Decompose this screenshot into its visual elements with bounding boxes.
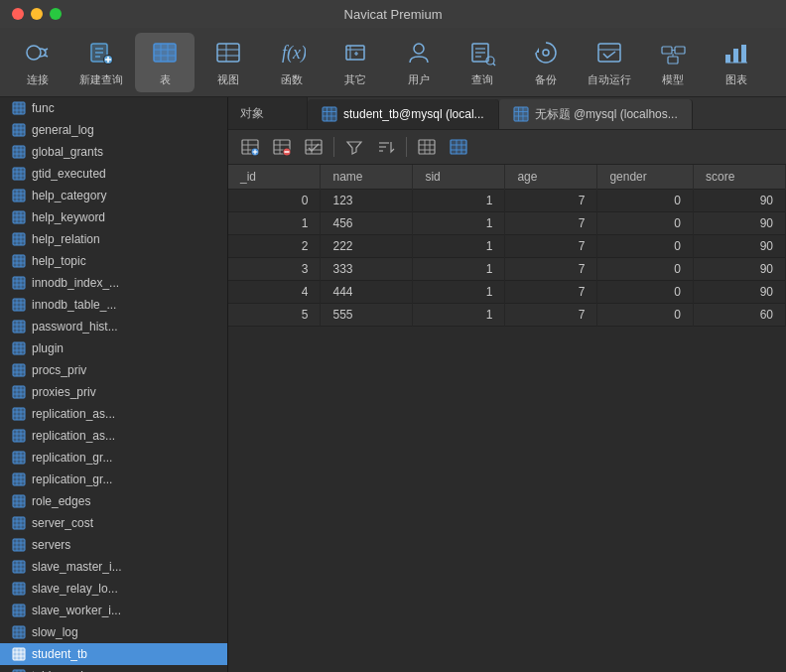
svg-point-31 (486, 57, 494, 65)
sidebar-item-role_edges[interactable]: role_edges (0, 490, 227, 512)
toolbar-table[interactable]: 表 (135, 33, 195, 92)
maximize-button[interactable] (50, 8, 62, 20)
sidebar-item-general_log[interactable]: general_log (0, 119, 227, 141)
sidebar-item-innodb_index[interactable]: innodb_index_... (0, 272, 227, 294)
minimize-button[interactable] (31, 8, 43, 20)
toolbar-other[interactable]: 其它 (326, 33, 385, 92)
table-cell[interactable]: 7 (505, 190, 597, 212)
table-cell[interactable]: 0 (597, 304, 694, 327)
sidebar-item-help_topic[interactable]: help_topic (0, 250, 227, 272)
sidebar-item-procs_priv[interactable]: procs_priv (0, 359, 227, 381)
table-cell[interactable]: 3 (228, 258, 321, 281)
sidebar-item-server_cost[interactable]: server_cost (0, 512, 227, 534)
table-cell[interactable]: 0 (597, 258, 694, 281)
table-cell[interactable]: 1 (228, 212, 321, 235)
sidebar-item-innodb_table[interactable]: innodb_table_... (0, 294, 227, 316)
toolbar-new-query[interactable]: 新建查询 (71, 33, 131, 92)
sidebar-item-password_hist[interactable]: password_hist... (0, 316, 227, 337)
table-cell[interactable]: 2 (228, 235, 321, 258)
sidebar-item-student_tb[interactable]: student_tb (0, 643, 227, 665)
table-cell[interactable]: 0 (597, 235, 694, 258)
sidebar-item-slow_log[interactable]: slow_log (0, 621, 227, 643)
table-row[interactable]: 444417090 (228, 281, 786, 304)
table-cell[interactable]: 1 (413, 304, 505, 327)
table-row[interactable]: 145617090 (228, 212, 786, 235)
sidebar-item-gtid_executed[interactable]: gtid_executed (0, 163, 227, 185)
table-cell[interactable]: 90 (694, 235, 786, 258)
sidebar-item-servers[interactable]: servers (0, 534, 227, 556)
delete-row-button[interactable] (268, 134, 296, 160)
table-row[interactable]: 555517060 (228, 304, 786, 327)
table-cell[interactable]: 0 (228, 190, 321, 212)
sidebar-item-replication_as2[interactable]: replication_as... (0, 425, 227, 447)
toolbar-chart[interactable]: 图表 (707, 33, 766, 92)
grid-view-button[interactable] (445, 134, 472, 160)
table-cell[interactable]: 0 (597, 212, 694, 235)
sidebar-item-help_relation[interactable]: help_relation (0, 228, 227, 250)
table-cell[interactable]: 333 (321, 258, 413, 281)
sidebar-item-plugin[interactable]: plugin (0, 337, 227, 359)
table-cell[interactable]: 7 (505, 281, 597, 304)
toolbar-view[interactable]: 视图 (198, 33, 258, 92)
table-cell[interactable]: 90 (694, 190, 786, 212)
toolbar-user[interactable]: 用户 (389, 33, 449, 92)
sidebar-item-help_category[interactable]: help_category (0, 185, 227, 206)
table-cell[interactable]: 1 (413, 212, 505, 235)
table-cell[interactable]: 1 (413, 235, 505, 258)
svg-rect-99 (13, 299, 25, 311)
table-cell[interactable]: 1 (413, 258, 505, 281)
table-row[interactable]: 222217090 (228, 235, 786, 258)
table-cell[interactable]: 7 (505, 212, 597, 235)
sidebar-item-slave_worker_i[interactable]: slave_worker_i... (0, 600, 227, 621)
toolbar-connect[interactable]: 连接 (8, 33, 67, 92)
filter-button[interactable] (340, 134, 368, 160)
sidebar-item-slave_master_i[interactable]: slave_master_i... (0, 556, 227, 578)
model-icon (657, 37, 689, 68)
sidebar-item-global_grants[interactable]: global_grants (0, 141, 227, 163)
toolbar-backup[interactable]: 备份 (516, 33, 576, 92)
sidebar-item-func[interactable]: func (0, 97, 227, 119)
add-row-button[interactable] (236, 134, 264, 160)
table-cell[interactable]: 123 (321, 190, 413, 212)
sidebar-item-replication_as1[interactable]: replication_as... (0, 403, 227, 425)
table-cell[interactable]: 0 (597, 190, 694, 212)
table-cell[interactable]: 1 (413, 190, 505, 212)
table-cell[interactable]: 555 (321, 304, 413, 327)
toolbar-model[interactable]: 模型 (643, 33, 703, 92)
sidebar-item-help_keyword[interactable]: help_keyword (0, 206, 227, 228)
toolbar-query[interactable]: 查询 (453, 33, 512, 92)
tab-untitled[interactable]: 无标题 @mysql (localhos... (499, 99, 693, 129)
sidebar-item-tables_priv[interactable]: tables_priv (0, 665, 227, 672)
sidebar-item-replication_gr2[interactable]: replication_gr... (0, 469, 227, 490)
tab-objects[interactable]: 对象 (228, 97, 308, 129)
table-cell[interactable]: 5 (228, 304, 321, 327)
table-cell[interactable]: 7 (505, 258, 597, 281)
table-cell[interactable]: 222 (321, 235, 413, 258)
save-button[interactable] (300, 134, 328, 160)
toolbar-function[interactable]: f(x) 函数 (262, 33, 322, 92)
table-cell[interactable]: 90 (694, 281, 786, 304)
table-row[interactable]: 012317090 (228, 190, 786, 212)
sidebar-item-replication_gr1[interactable]: replication_gr... (0, 447, 227, 469)
table-cell[interactable]: 7 (505, 235, 597, 258)
toolbar-autorun-label: 自动运行 (588, 72, 631, 87)
table-cell[interactable]: 4 (228, 281, 321, 304)
table-cell[interactable]: 1 (413, 281, 505, 304)
table-row[interactable]: 333317090 (228, 258, 786, 281)
table-cell[interactable]: 90 (694, 258, 786, 281)
table-cell[interactable]: 456 (321, 212, 413, 235)
window-controls[interactable] (12, 8, 62, 20)
sidebar-item-proxies_priv[interactable]: proxies_priv (0, 381, 227, 403)
sort-button[interactable] (372, 134, 400, 160)
import-button[interactable] (413, 134, 441, 160)
toolbar-autorun[interactable]: 自动运行 (580, 33, 639, 92)
sidebar-item-slave_relay_lo[interactable]: slave_relay_lo... (0, 578, 227, 600)
table-cell[interactable]: 60 (694, 304, 786, 327)
table-cell[interactable]: 0 (597, 281, 694, 304)
table-cell[interactable]: 90 (694, 212, 786, 235)
close-button[interactable] (12, 8, 24, 20)
svg-rect-189 (13, 626, 25, 638)
table-cell[interactable]: 7 (505, 304, 597, 327)
tab-student-tb[interactable]: student_tb@mysql (local... (308, 99, 499, 129)
table-cell[interactable]: 444 (321, 281, 413, 304)
